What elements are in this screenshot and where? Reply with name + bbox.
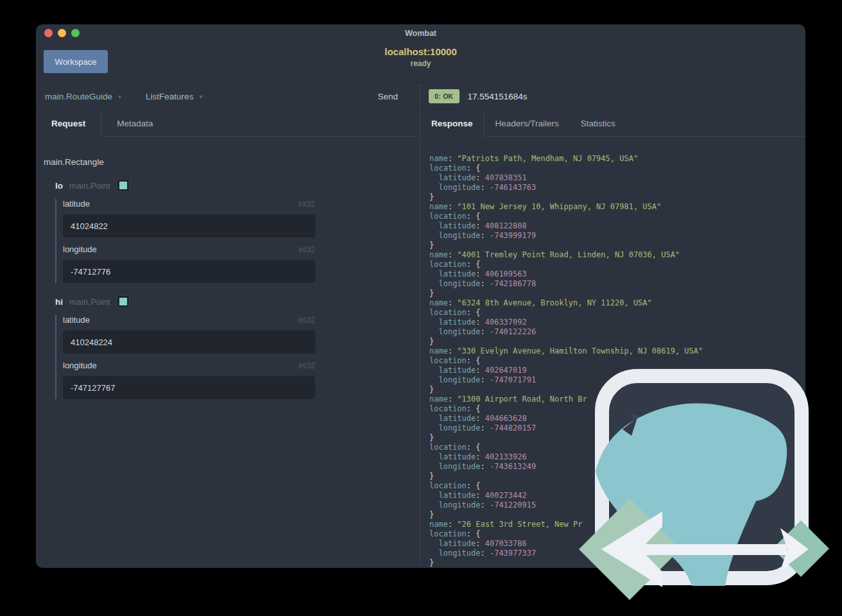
- field-label-row: latitude int32: [63, 315, 315, 325]
- field-kind: int32: [298, 316, 315, 325]
- tab-response[interactable]: Response: [420, 110, 485, 136]
- field-group-lo: lo main.Point: [55, 179, 315, 192]
- longitude-input[interactable]: [63, 260, 315, 283]
- wombat-window: Wombat Workspace localhost:10000 ready m…: [36, 24, 805, 568]
- field-label: latitude: [63, 315, 90, 325]
- chevron-down-icon: ▾: [118, 93, 121, 100]
- field-label: longitude: [63, 361, 97, 370]
- response-toolbar: 0: OK 17.554151684s: [420, 83, 805, 110]
- field-checkbox[interactable]: [117, 295, 130, 308]
- checkbox-check-icon: [119, 298, 127, 305]
- service-select[interactable]: main.RouteGuide ▾: [45, 92, 121, 101]
- tab-request[interactable]: Request: [36, 110, 101, 136]
- field-name: lo: [55, 181, 63, 191]
- request-tabs: Request Metadata: [36, 110, 420, 137]
- method-select-value: ListFeatures: [146, 92, 193, 101]
- window-controls: [44, 29, 80, 37]
- request-pane: main.RouteGuide ▾ ListFeatures ▾ Send Re…: [36, 83, 420, 568]
- field-label-row: longitude int32: [63, 361, 315, 370]
- window-title: Wombat: [405, 29, 436, 38]
- field-label-row: longitude int32: [63, 244, 315, 254]
- response-tabs: Response Headers/Trailers Statistics: [420, 110, 805, 137]
- field-label-row: latitude int32: [63, 199, 315, 209]
- chevron-down-icon: ▾: [199, 93, 202, 100]
- send-button[interactable]: Send: [377, 92, 398, 101]
- close-window-icon[interactable]: [44, 29, 53, 37]
- field-kind: int32: [298, 361, 315, 370]
- connection-status: ready: [36, 59, 805, 68]
- response-pane: 0: OK 17.554151684s Response Headers/Tra…: [420, 83, 805, 568]
- request-form: main.Rectangle lo main.Point latitude in…: [36, 137, 420, 568]
- field-type: main.Point: [69, 297, 110, 307]
- latitude-input[interactable]: [63, 330, 315, 354]
- method-select[interactable]: ListFeatures ▾: [146, 92, 202, 101]
- response-content: name: "Patriots Path, Mendham, NJ 07945,…: [420, 137, 805, 568]
- field-kind: int32: [298, 245, 315, 254]
- connection-info: localhost:10000 ready: [36, 46, 805, 68]
- zoom-window-icon[interactable]: [71, 29, 80, 37]
- field-name: hi: [55, 297, 63, 307]
- title-bar: Wombat: [36, 24, 805, 42]
- field-group-hi: hi main.Point: [55, 295, 315, 308]
- field-label: longitude: [63, 244, 97, 254]
- connection-header: Workspace localhost:10000 ready: [36, 42, 805, 83]
- tab-headers-trailers[interactable]: Headers/Trailers: [485, 110, 570, 136]
- message-type-label: main.Rectangle: [44, 157, 412, 167]
- tab-metadata[interactable]: Metadata: [101, 110, 168, 136]
- service-select-value: main.RouteGuide: [45, 92, 112, 101]
- checkbox-check-icon: [119, 182, 127, 189]
- longitude-input[interactable]: [63, 376, 315, 399]
- minimize-window-icon[interactable]: [58, 29, 66, 37]
- server-address: localhost:10000: [36, 46, 805, 57]
- field-type: main.Point: [69, 181, 110, 191]
- field-label: latitude: [63, 199, 90, 209]
- latitude-input[interactable]: [63, 214, 315, 237]
- tab-statistics[interactable]: Statistics: [570, 110, 626, 136]
- status-badge: 0: OK: [429, 89, 460, 103]
- response-output: name: "Patriots Path, Mendham, NJ 07945,…: [429, 154, 805, 568]
- field-kind: int32: [298, 200, 315, 209]
- request-duration: 17.554151684s: [468, 92, 528, 101]
- field-checkbox[interactable]: [117, 179, 130, 192]
- request-toolbar: main.RouteGuide ▾ ListFeatures ▾ Send: [36, 83, 420, 110]
